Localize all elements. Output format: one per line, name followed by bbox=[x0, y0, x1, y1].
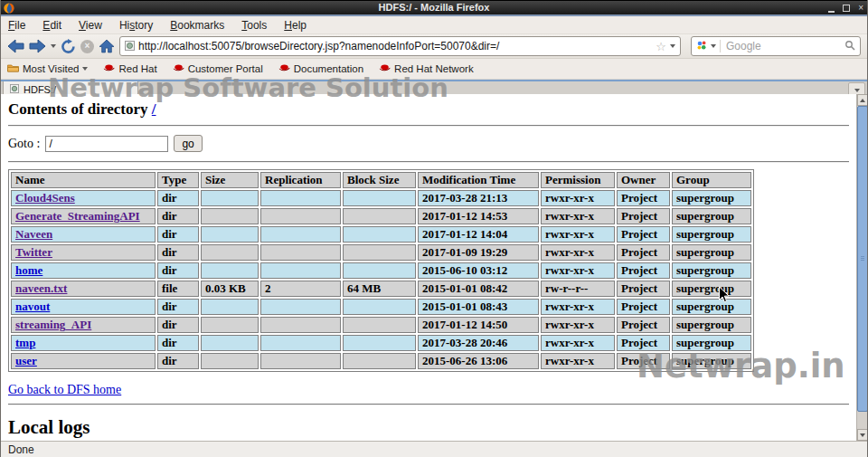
bookmark-star-icon[interactable]: ☆ bbox=[656, 41, 666, 52]
cell-size bbox=[201, 262, 259, 279]
table-row: Naveendir2017-01-12 14:04rwxr-xr-xProjec… bbox=[11, 226, 751, 243]
page-content: Contents of directory / Goto : go NameTy… bbox=[1, 94, 856, 441]
cell-replication bbox=[260, 244, 341, 261]
history-dropdown-icon[interactable] bbox=[51, 36, 56, 56]
col-header-replication: Replication bbox=[260, 172, 341, 188]
search-separator bbox=[720, 40, 721, 52]
stop-button[interactable]: × bbox=[80, 36, 94, 56]
cell-name: streaming_API bbox=[11, 317, 156, 333]
cell-owner: Project bbox=[617, 281, 670, 297]
col-header-block-size: Block Size bbox=[343, 172, 416, 188]
cell-type: dir bbox=[157, 226, 199, 243]
goto-form: Goto : go bbox=[8, 135, 849, 152]
file-link-user[interactable]: user bbox=[15, 354, 37, 367]
redhat-icon bbox=[103, 63, 115, 74]
maximize-icon[interactable] bbox=[843, 5, 850, 12]
cell-modification_time: 2015-06-26 13:06 bbox=[418, 353, 539, 369]
cell-type: dir bbox=[157, 335, 199, 351]
forward-button[interactable] bbox=[29, 36, 46, 56]
cell-permission: rwxr-xr-x bbox=[541, 226, 615, 243]
cell-permission: rwxr-xr-x bbox=[541, 208, 615, 224]
cell-type: dir bbox=[157, 244, 199, 261]
go-button[interactable]: go bbox=[174, 135, 202, 152]
url-input[interactable] bbox=[138, 40, 652, 52]
goto-input[interactable] bbox=[45, 136, 168, 152]
cell-permission: rw-r--r-- bbox=[541, 281, 615, 297]
cell-owner: Project bbox=[617, 190, 670, 206]
cell-replication bbox=[260, 317, 341, 333]
reload-button[interactable] bbox=[61, 36, 76, 56]
local-logs-heading: Local logs bbox=[8, 416, 849, 439]
table-row: homedir2015-06-10 03:12rwxr-xr-xProjects… bbox=[11, 262, 751, 279]
google-logo-icon bbox=[696, 38, 707, 54]
search-input[interactable] bbox=[724, 39, 841, 53]
cell-block_size bbox=[343, 335, 416, 351]
menu-file[interactable]: File bbox=[8, 19, 25, 32]
bookmark-red-hat[interactable]: Red Hat bbox=[103, 63, 156, 74]
url-bar[interactable]: ☆ bbox=[119, 36, 681, 56]
divider bbox=[8, 161, 849, 163]
bookmark-documentation[interactable]: Documentation bbox=[278, 63, 363, 74]
directory-root-link[interactable]: / bbox=[152, 100, 156, 118]
scroll-up-icon[interactable] bbox=[857, 94, 868, 106]
home-button[interactable] bbox=[99, 36, 115, 56]
cell-modification_time: 2017-03-28 21:13 bbox=[418, 190, 539, 206]
back-button[interactable] bbox=[7, 36, 24, 56]
url-dropdown-icon[interactable] bbox=[670, 44, 675, 48]
table-row: Twitterdir2017-01-09 19:29rwxr-xr-xProje… bbox=[11, 244, 751, 261]
search-icon[interactable] bbox=[844, 38, 855, 54]
cell-size bbox=[201, 299, 259, 315]
cell-replication bbox=[260, 353, 341, 369]
close-icon[interactable]: × bbox=[858, 4, 863, 13]
col-header-type: Type bbox=[157, 172, 199, 188]
file-link-cloud4sens[interactable]: Cloud4Sens bbox=[15, 191, 75, 205]
menu-edit[interactable]: Edit bbox=[42, 19, 61, 32]
cell-block_size bbox=[343, 299, 416, 315]
table-row: userdir2015-06-26 13:06rwxr-xr-xProjects… bbox=[11, 353, 751, 369]
file-link-generate-streamingapi[interactable]: Generate_StreamingAPI bbox=[15, 209, 140, 223]
file-link-home[interactable]: home bbox=[15, 263, 42, 277]
file-link-tmp[interactable]: tmp bbox=[15, 336, 35, 349]
tab-favicon-icon bbox=[10, 84, 19, 95]
table-row: tmpdir2017-03-28 20:46rwxr-xr-xProjectsu… bbox=[11, 335, 751, 351]
cell-block_size bbox=[343, 244, 416, 261]
vertical-scrollbar[interactable] bbox=[856, 94, 868, 441]
cell-owner: Project bbox=[617, 226, 670, 243]
file-link-naveen-txt[interactable]: naveen.txt bbox=[15, 281, 67, 295]
file-link-streaming-api[interactable]: streaming_API bbox=[15, 318, 91, 331]
menu-history[interactable]: History bbox=[119, 19, 153, 32]
cell-group: supergroup bbox=[672, 299, 751, 315]
col-header-owner: Owner bbox=[617, 172, 670, 188]
minimize-icon[interactable] bbox=[828, 5, 835, 13]
cell-owner: Project bbox=[617, 317, 670, 333]
cell-group: supergroup bbox=[672, 317, 751, 333]
menu-view[interactable]: View bbox=[79, 19, 102, 32]
bookmark-red-hat-network[interactable]: Red Hat Network bbox=[379, 63, 474, 74]
cell-permission: rwxr-xr-x bbox=[541, 190, 615, 206]
bookmark-most-visited[interactable]: Most Visited bbox=[7, 63, 88, 74]
file-link-naveen[interactable]: Naveen bbox=[15, 227, 52, 241]
menu-bookmarks[interactable]: Bookmarks bbox=[170, 19, 224, 32]
cell-modification_time: 2017-01-12 14:53 bbox=[418, 208, 539, 224]
menu-help[interactable]: Help bbox=[284, 19, 307, 32]
table-row: streaming_APIdir2017-01-12 14:50rwxr-xr-… bbox=[11, 317, 751, 333]
cell-permission: rwxr-xr-x bbox=[541, 299, 615, 315]
scroll-down-icon[interactable] bbox=[857, 429, 868, 441]
menubar: FileEditViewHistoryBookmarksToolsHelp bbox=[1, 16, 867, 34]
bookmark-customer-portal[interactable]: Customer Portal bbox=[173, 63, 263, 74]
goto-label: Goto : bbox=[8, 137, 40, 151]
file-link-navout[interactable]: navout bbox=[15, 300, 50, 313]
menu-tools[interactable]: Tools bbox=[241, 19, 267, 32]
file-link-twitter[interactable]: Twitter bbox=[15, 245, 52, 259]
cell-owner: Project bbox=[617, 299, 670, 315]
table-row: Cloud4Sensdir2017-03-28 21:13rwxr-xr-xPr… bbox=[11, 190, 751, 206]
cell-replication bbox=[260, 299, 341, 315]
title-bar: HDFS:/ - Mozilla Firefox × bbox=[1, 0, 867, 14]
dfs-home-link[interactable]: Go back to DFS home bbox=[8, 383, 121, 397]
search-bar[interactable] bbox=[691, 36, 861, 56]
cell-size bbox=[201, 353, 259, 369]
cell-type: dir bbox=[157, 299, 199, 315]
cell-size: 0.03 KB bbox=[201, 281, 259, 297]
scrollbar-thumb[interactable] bbox=[857, 106, 868, 412]
search-engine-dropdown-icon[interactable] bbox=[711, 44, 716, 48]
